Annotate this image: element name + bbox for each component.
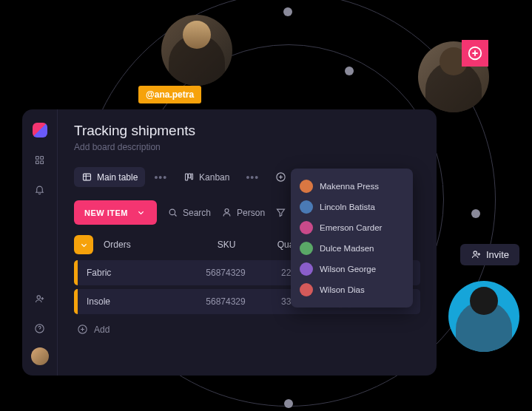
svg-point-1 [474, 251, 477, 254]
tab-label: Main table [97, 172, 138, 183]
orbit-dot [283, 7, 292, 16]
filter-icon [275, 207, 286, 218]
column-orders[interactable]: Orders [104, 240, 191, 250]
svg-rect-11 [192, 174, 193, 180]
cell-sku[interactable]: 56874329 [190, 296, 261, 307]
people-popover-item[interactable]: Dulce Madsen [300, 238, 404, 259]
search-label: Search [183, 208, 211, 218]
tab-kanban[interactable]: Kanban [176, 167, 237, 187]
svg-rect-8 [84, 174, 91, 180]
svg-rect-2 [36, 156, 39, 159]
floating-avatar [448, 281, 519, 352]
sidebar-user-avatar[interactable] [31, 347, 49, 365]
column-sku[interactable]: SKU [191, 240, 262, 250]
person-name: Dulce Madsen [320, 244, 374, 253]
person-filter-tool[interactable]: Person [221, 207, 265, 218]
chevron-down-icon [135, 207, 147, 218]
add-label: Add [94, 325, 110, 335]
svg-rect-9 [186, 174, 188, 180]
table-icon [81, 171, 92, 183]
people-popover-item[interactable]: Emerson Carder [300, 217, 404, 238]
people-popover-item[interactable]: Wilson George [300, 259, 404, 279]
app-window: Tracking shipments Add board description… [22, 109, 437, 376]
tab-main-table[interactable]: Main table [74, 167, 145, 187]
new-item-button[interactable]: NEW ITEM [74, 200, 157, 225]
help-circle-icon [34, 323, 45, 334]
person-avatar [300, 283, 313, 296]
people-popover: Makenna Press Lincoln Batista Emerson Ca… [291, 169, 413, 308]
floating-avatar [161, 15, 232, 86]
sidebar [22, 109, 58, 376]
main-panel: Tracking shipments Add board description… [58, 109, 437, 376]
person-name: Makenna Press [320, 182, 379, 191]
sidebar-item-help[interactable] [30, 318, 50, 339]
search-icon [167, 207, 178, 218]
group-collapse-button[interactable] [74, 235, 93, 254]
row-accent [74, 260, 78, 285]
grid-icon [34, 154, 45, 166]
orbit-dot [284, 399, 293, 408]
add-row-button[interactable]: Add [74, 318, 420, 341]
person-name: Emerson Carder [320, 223, 382, 232]
svg-rect-4 [36, 160, 39, 163]
page-subtitle[interactable]: Add board description [74, 142, 420, 152]
svg-rect-10 [189, 174, 191, 178]
person-avatar [300, 180, 313, 193]
sidebar-item-dashboard[interactable] [30, 149, 50, 170]
person-label: Person [237, 208, 265, 218]
person-name: Wilson Dias [320, 285, 365, 294]
person-avatar [300, 221, 313, 234]
user-tag[interactable]: @ana.petra [138, 86, 201, 103]
invite-label: Invite [486, 249, 509, 260]
orbit-dot [345, 67, 354, 75]
person-plus-icon [471, 249, 482, 260]
people-popover-item[interactable]: Wilson Dias [300, 279, 404, 300]
row-accent [74, 289, 78, 314]
cell-name[interactable]: Fabric [87, 268, 190, 278]
add-collaborator-badge[interactable] [462, 40, 488, 67]
tab-menu-kanban[interactable]: ••• [243, 171, 262, 183]
new-item-label: NEW ITEM [84, 208, 128, 217]
tab-label: Kanban [199, 172, 229, 183]
sidebar-item-add-user[interactable] [30, 288, 50, 309]
person-avatar [300, 200, 313, 214]
kanban-icon [183, 171, 195, 183]
cell-sku[interactable]: 56874329 [190, 268, 261, 278]
person-name: Lincoln Batista [320, 203, 375, 211]
sidebar-item-notifications[interactable] [30, 179, 50, 200]
page-title: Tracking shipments [74, 123, 420, 139]
invite-button[interactable]: Invite [460, 244, 519, 265]
person-name: Wilson George [320, 265, 376, 274]
svg-point-6 [37, 295, 40, 298]
plus-circle-icon [77, 324, 88, 335]
person-plus-icon [34, 293, 45, 305]
orbit-dot [471, 209, 480, 218]
people-popover-item[interactable]: Lincoln Batista [300, 197, 404, 217]
person-icon [221, 207, 232, 218]
people-popover-item[interactable]: Makenna Press [300, 176, 404, 197]
search-tool[interactable]: Search [167, 207, 211, 218]
bell-icon [34, 184, 45, 195]
plus-circle-icon [275, 171, 286, 183]
person-avatar [300, 262, 313, 276]
app-logo[interactable] [30, 120, 50, 140]
chevron-down-icon [78, 240, 90, 251]
cell-name[interactable]: Insole [87, 296, 190, 307]
svg-point-14 [225, 209, 229, 213]
svg-point-13 [169, 209, 175, 215]
person-avatar [300, 242, 313, 255]
svg-rect-5 [41, 160, 44, 163]
svg-rect-3 [41, 156, 44, 159]
tab-menu-main-table[interactable]: ••• [151, 171, 170, 183]
plus-circle-icon [467, 45, 483, 61]
